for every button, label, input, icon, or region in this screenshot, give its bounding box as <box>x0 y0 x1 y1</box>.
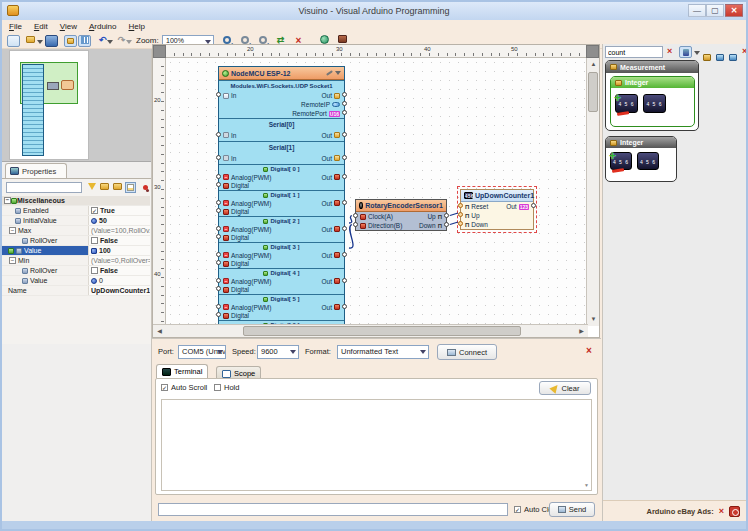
property-row-min-rollover[interactable]: RollOver False <box>2 266 150 276</box>
categorize-icon[interactable] <box>125 182 136 193</box>
pin[interactable] <box>342 278 347 283</box>
ads-settings-icon[interactable]: × <box>719 506 724 516</box>
updown-counter-block-selected[interactable]: 456 UpDownCounter1 П Reset Out 123 <box>457 186 537 233</box>
property-group-min[interactable]: −Min (Value=0,RollOver=... <box>2 256 150 266</box>
pin[interactable] <box>216 226 221 231</box>
pin[interactable] <box>342 155 347 160</box>
pin-icon[interactable] <box>140 182 151 193</box>
collapse-box-icon[interactable]: − <box>9 227 16 234</box>
terminal-output-area[interactable]: ▼ <box>161 399 592 491</box>
collapse-box-icon[interactable]: − <box>9 257 16 264</box>
collapse-box-icon[interactable]: − <box>4 197 11 204</box>
pin[interactable] <box>342 92 347 97</box>
auto-scroll-option[interactable]: ✓ Auto Scroll <box>161 383 207 392</box>
counter-component[interactable]: 4 5 6 <box>637 152 659 170</box>
scroll-left-icon[interactable]: ◀ <box>153 325 166 338</box>
pin[interactable] <box>353 222 358 227</box>
rotary-encoder-block[interactable]: RotaryEncoderSensor1 Clock(A) Up П Direc… <box>355 199 447 231</box>
view-toggle-components-icon[interactable] <box>64 35 77 47</box>
pin[interactable] <box>342 304 347 309</box>
wrench-icon[interactable] <box>326 70 333 76</box>
new-project-icon[interactable] <box>7 35 20 47</box>
menu-edit[interactable]: Edit <box>34 22 48 31</box>
connect-button[interactable]: Connect <box>437 344 497 360</box>
component-search-input[interactable] <box>605 46 663 58</box>
menu-arduino[interactable]: Arduino <box>89 22 117 31</box>
property-row-initialvalue[interactable]: InitialValue 50 <box>2 216 150 226</box>
scroll-down-icon[interactable]: ▼ <box>582 481 591 490</box>
pin[interactable] <box>216 208 221 213</box>
integer-subgroup-header[interactable]: Integer <box>611 77 694 88</box>
palette-group-measurement[interactable]: Measurement Integer 4 5 6 + 4 5 6 <box>605 60 699 131</box>
rollover-checkbox[interactable] <box>91 267 98 274</box>
updown-counter-component[interactable]: 4 5 6 + <box>610 152 632 170</box>
expand-all-icon[interactable] <box>99 182 110 193</box>
pin[interactable] <box>342 132 347 137</box>
scrollbar-thumb[interactable] <box>588 72 598 112</box>
menu-view[interactable]: View <box>60 22 77 31</box>
chevron-down-icon[interactable] <box>335 71 341 75</box>
design-canvas[interactable]: NodeMCU ESP-12 Modules.WiFi.Sockets.UDP … <box>166 58 588 326</box>
property-group-max[interactable]: −Max (Value=100,RollOv... <box>2 226 150 236</box>
pin[interactable] <box>458 212 463 217</box>
pin[interactable] <box>444 213 449 218</box>
palette-group-integer[interactable]: Integer 4 5 6 + 4 5 6 <box>605 136 677 182</box>
measurement-group-header[interactable]: Measurement <box>606 61 698 73</box>
redo-dropdown-icon[interactable] <box>126 40 132 44</box>
property-group-miscellaneous[interactable]: − Miscellaneous <box>2 196 150 206</box>
filter-dropdown-icon[interactable] <box>694 51 700 55</box>
pin[interactable] <box>216 252 221 257</box>
pin[interactable] <box>458 203 463 208</box>
clear-button[interactable]: Clear <box>539 381 591 395</box>
updown-counter-component[interactable]: 4 5 6 + <box>615 94 638 113</box>
auto-scroll-checkbox[interactable]: ✓ <box>161 384 168 391</box>
pin[interactable] <box>216 278 221 283</box>
maximize-button[interactable]: ▢ <box>706 4 724 17</box>
nodemcu-header[interactable]: NodeMCU ESP-12 <box>219 67 344 80</box>
menu-help[interactable]: Help <box>129 22 145 31</box>
pin[interactable] <box>216 260 221 265</box>
auto-clear-checkbox[interactable]: ✓ <box>514 506 521 513</box>
pin[interactable] <box>216 155 221 160</box>
pin[interactable] <box>342 200 347 205</box>
design-overview[interactable] <box>2 49 151 162</box>
scroll-right-icon[interactable]: ▶ <box>575 325 588 338</box>
send-input[interactable] <box>158 503 508 516</box>
pin[interactable] <box>216 234 221 239</box>
open-dropdown-icon[interactable] <box>37 40 43 44</box>
terminal-tools-icon[interactable]: × <box>586 345 592 356</box>
save-icon[interactable] <box>45 35 58 47</box>
canvas-horizontal-scrollbar[interactable]: ◀ ▶ <box>153 324 588 337</box>
pin[interactable] <box>353 213 358 218</box>
property-row-enabled[interactable]: Enabled ✓True <box>2 206 150 216</box>
pin[interactable] <box>342 110 347 115</box>
pin[interactable] <box>458 221 463 226</box>
format-select[interactable]: Unformatted Text <box>337 345 429 359</box>
filter-funnel-icon[interactable] <box>86 182 97 193</box>
tab-properties[interactable]: Properties <box>5 163 67 178</box>
menu-file[interactable]: File <box>9 22 22 31</box>
filter-components-icon[interactable] <box>679 46 692 58</box>
hold-option[interactable]: Hold <box>214 383 239 392</box>
pin[interactable] <box>342 174 347 179</box>
counter-component[interactable]: 4 5 6 <box>643 94 666 113</box>
scroll-up-icon[interactable]: ▲ <box>587 58 600 71</box>
palette-subgroup-integer-selected[interactable]: Integer 4 5 6 + 4 5 6 <box>610 76 695 127</box>
save-library-icon[interactable] <box>729 47 737 65</box>
pin[interactable] <box>444 222 449 227</box>
rollover-checkbox[interactable] <box>91 237 98 244</box>
speed-select[interactable]: 9600 <box>257 345 299 359</box>
tab-terminal[interactable]: Terminal <box>156 364 208 378</box>
tools-icon[interactable]: × <box>742 46 747 56</box>
property-row-name[interactable]: Name UpDownCounter1 <box>2 286 150 296</box>
encoder-header[interactable]: RotaryEncoderSensor1 <box>356 200 446 212</box>
property-row-max-value-selected[interactable]: Value 100 <box>2 246 150 256</box>
hold-checkbox[interactable] <box>214 384 221 391</box>
pin[interactable] <box>531 203 536 208</box>
undo-dropdown-icon[interactable] <box>107 40 113 44</box>
pin[interactable] <box>216 174 221 179</box>
pin[interactable] <box>342 101 347 106</box>
counter-header[interactable]: 456 UpDownCounter1 <box>461 190 533 202</box>
pin[interactable] <box>342 252 347 257</box>
view-toggle-grid-icon[interactable] <box>78 35 91 47</box>
